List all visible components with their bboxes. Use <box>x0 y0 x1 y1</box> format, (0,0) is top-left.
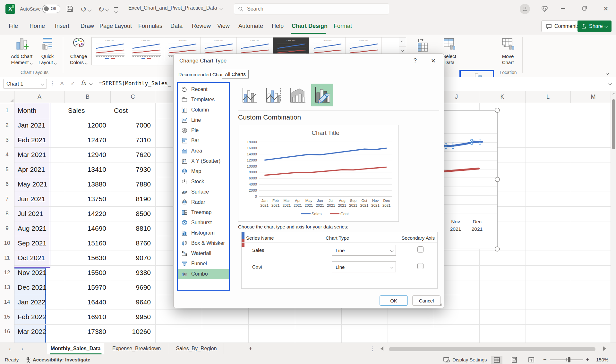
tab-insert[interactable]: Insert <box>55 19 69 33</box>
tab-automate[interactable]: Automate <box>238 19 263 33</box>
row-header-15[interactable]: 15 <box>0 310 14 324</box>
view-page-break-button[interactable] <box>526 356 537 364</box>
row-header-14[interactable]: 14 <box>0 295 14 310</box>
row-header-17[interactable]: 17 <box>0 339 14 343</box>
row-header-6[interactable]: 6 <box>0 177 14 192</box>
chart-type-dropdown-cost[interactable]: Line <box>332 261 396 272</box>
quick-layout-button[interactable]: Quick Layout <box>36 37 59 65</box>
tab-home[interactable]: Home <box>30 19 45 33</box>
tab-data[interactable]: Data <box>170 19 183 33</box>
formula-bar-expand-chevron-icon[interactable] <box>609 82 612 85</box>
chart-type-box-whisker[interactable]: Box & Whisker <box>178 238 229 248</box>
cell-c12[interactable]: 9380 <box>111 265 155 280</box>
chart-type-line[interactable]: Line <box>178 115 229 125</box>
cell-b14[interactable]: 16440 <box>65 295 111 310</box>
cell-c6[interactable]: 7880 <box>111 177 155 192</box>
zoom-slider-track[interactable] <box>550 360 583 360</box>
cell-c10[interactable]: 8760 <box>111 236 155 251</box>
search-bar[interactable] <box>234 4 389 14</box>
accessibility-status[interactable]: Accessibility: Investigate <box>33 357 90 362</box>
collapse-ribbon-chevron-icon[interactable] <box>605 71 609 75</box>
row-header-3[interactable]: 3 <box>0 133 14 147</box>
subtype-clustered-column-line[interactable] <box>239 84 259 106</box>
zoom-out-button[interactable]: − <box>543 356 547 363</box>
selected-chart-object[interactable]: Nov2021Dec2021 <box>440 106 501 254</box>
subtype-custom-combination[interactable] <box>311 84 333 106</box>
cell-a15[interactable]: Feb 2022 <box>14 310 65 324</box>
excel-app-icon[interactable]: X <box>5 4 15 14</box>
chart-type-surface[interactable]: Surface <box>178 187 229 197</box>
minimize-button[interactable] <box>561 8 565 9</box>
cancel-entry-icon[interactable]: ✕ <box>60 80 64 87</box>
tab-help[interactable]: Help <box>272 19 284 33</box>
document-title[interactable]: Excel_Chart_and_Pivot_Practice_Data <box>128 5 222 11</box>
autosave-toggle[interactable]: Off <box>42 5 60 13</box>
account-avatar[interactable] <box>520 4 530 14</box>
sheet-tab-options-icon[interactable]: ⋮ <box>370 345 375 352</box>
sheet-next-button[interactable]: › <box>21 345 23 352</box>
column-header-b[interactable]: B <box>65 91 111 103</box>
formula-text[interactable]: =SERIES(Monthly_Sales_ <box>99 80 171 87</box>
row-header-9[interactable]: 9 <box>0 221 14 236</box>
secondary-axis-checkbox-sales[interactable] <box>417 246 424 252</box>
cell-a3[interactable]: Feb 2021 <box>14 133 65 147</box>
tab-formulas[interactable]: Formulas <box>138 19 162 33</box>
cell-c3[interactable]: 7310 <box>111 133 155 147</box>
select-all-corner[interactable] <box>0 91 14 103</box>
cell-b9[interactable]: 14690 <box>65 221 111 236</box>
cell-a4[interactable]: Mar 2021 <box>14 147 65 162</box>
subtype-clustered-column-line-secondary-axis[interactable] <box>264 84 284 106</box>
display-settings-button[interactable]: Display Settings <box>452 357 487 362</box>
chart-type-x-y-scatter[interactable]: X Y (Scatter) <box>178 156 229 166</box>
insert-function-icon[interactable]: fx <box>81 79 86 86</box>
cell-b5[interactable]: 13410 <box>65 162 111 177</box>
cell-a5[interactable]: Apr 2021 <box>14 162 65 177</box>
row-header-16[interactable]: 16 <box>0 324 14 339</box>
row-header-8[interactable]: 8 <box>0 206 14 221</box>
chart-type-combo[interactable]: Combo <box>178 269 229 279</box>
tab-view[interactable]: View <box>217 19 230 33</box>
row-header-13[interactable]: 13 <box>0 280 14 295</box>
cell-b8[interactable]: 14220 <box>65 206 111 221</box>
search-input[interactable] <box>246 6 344 12</box>
cell-a2[interactable]: Jan 2021 <box>14 118 65 133</box>
cell-a6[interactable]: May 2021 <box>14 177 65 192</box>
chart-type-waterfall[interactable]: Waterfall <box>178 248 229 259</box>
cell-c1[interactable]: Cost <box>111 103 155 118</box>
cell-a16[interactable]: Mar 2022 <box>14 324 65 339</box>
cell-c16[interactable]: 10260 <box>111 324 155 339</box>
cell-b1[interactable]: Sales <box>65 103 111 118</box>
cell-a11[interactable]: Oct 2021 <box>14 251 65 265</box>
sheet-prev-button[interactable]: ‹ <box>9 345 11 352</box>
horizontal-scroll-thumb[interactable] <box>389 347 595 351</box>
cell-a9[interactable]: Aug 2021 <box>14 221 65 236</box>
sheet-tab-monthly-sales-data[interactable]: Monthly_Sales_Data <box>47 343 104 354</box>
tab-page-layout[interactable]: Page Layout <box>99 19 132 33</box>
cell-b15[interactable]: 16910 <box>65 310 111 324</box>
share-button[interactable]: Share <box>578 21 612 32</box>
cell-b13[interactable]: 15970 <box>65 280 111 295</box>
cell-b10[interactable]: 15160 <box>65 236 111 251</box>
row-header-10[interactable]: 10 <box>0 236 14 251</box>
cell-c7[interactable]: 8190 <box>111 192 155 206</box>
chart-type-funnel[interactable]: Funnel <box>178 259 229 269</box>
vertical-scrollbar[interactable] <box>611 91 616 343</box>
close-window-button[interactable]: ✕ <box>603 5 609 12</box>
cell-b3[interactable]: 12470 <box>65 133 111 147</box>
zoom-level[interactable]: 150% <box>596 357 608 362</box>
cell-b11[interactable]: 15630 <box>65 251 111 265</box>
switch-row-column-button[interactable] <box>415 37 431 54</box>
cell-a1[interactable]: Month <box>14 103 65 118</box>
tab-draw[interactable]: Draw <box>81 19 94 33</box>
add-sheet-button[interactable]: + <box>249 345 252 352</box>
chart-type-pie[interactable]: Pie <box>178 125 229 136</box>
hscroll-left-button[interactable] <box>381 346 383 351</box>
chart-style-thumb-1[interactable]: Chart Title <box>92 37 128 61</box>
cell-b6[interactable]: 13880 <box>65 177 111 192</box>
chart-type-recent[interactable]: Recent <box>178 84 229 95</box>
row-header-1[interactable]: 1 <box>0 103 14 118</box>
cell-b2[interactable]: 12000 <box>65 118 111 133</box>
dialog-close-button[interactable]: ✕ <box>431 57 436 64</box>
chart-type-histogram[interactable]: Histogram <box>178 228 229 238</box>
chart-type-templates[interactable]: Templates <box>178 95 229 105</box>
